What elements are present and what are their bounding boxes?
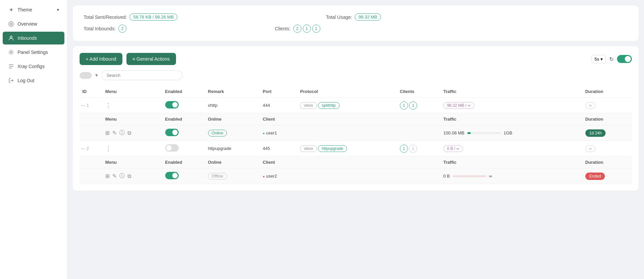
sub-cell-client: ● user2 — [260, 168, 297, 184]
toolbar-right: 5s ▾ ↻ — [591, 55, 632, 63]
cell-clients: 1 1 — [397, 141, 441, 156]
svg-point-1 — [10, 23, 12, 25]
traffic-limit: 1GB — [504, 130, 513, 135]
cell-protocol: vless httpupgrade — [297, 141, 397, 156]
total-inbounds-label: Total Inbounds: — [84, 26, 116, 31]
enabled-toggle[interactable] — [165, 101, 179, 108]
sub-th-duration: Duration — [583, 156, 632, 168]
traffic-limit: ∞ — [489, 174, 492, 179]
th-port: Port — [260, 86, 297, 98]
copy-icon[interactable]: ⧉ — [127, 173, 131, 179]
sidebar-item-inbounds[interactable]: Inbounds — [3, 32, 64, 44]
general-actions-button[interactable]: ≡ General Actions — [126, 53, 176, 65]
traffic-progress: 0 B ∞ — [443, 174, 580, 179]
clients-badge-0: 2 — [293, 25, 301, 33]
sidebar-item-theme[interactable]: ☀ Theme ▾ — [3, 3, 64, 16]
sub-th-menu: Menu — [103, 156, 162, 168]
sub-enabled-toggle[interactable] — [165, 172, 179, 179]
total-sent-value: 58.76 KB / 98.26 MB — [129, 13, 177, 21]
info-icon[interactable]: ⓘ — [119, 129, 125, 136]
cell-enabled[interactable] — [163, 98, 205, 113]
filter-icon: ▼ — [94, 73, 99, 78]
cell-traffic: 98.32 MB / ∞ — [441, 98, 583, 113]
offline-dot: ● — [263, 175, 265, 178]
th-enabled: Enabled — [163, 86, 205, 98]
cell-menu[interactable]: ⋮ — [103, 98, 162, 113]
cell-port: 445 — [260, 141, 297, 156]
th-clients: Clients — [397, 86, 441, 98]
protocol-badge-splithttp: splithttp — [318, 102, 339, 109]
sub-cell-enabled[interactable] — [163, 168, 205, 184]
cell-clients: 1 1 — [397, 98, 441, 113]
total-inbounds-value: 2 — [118, 25, 126, 33]
table-row: — 1 ⋮ xhttp 444 vless splithttp 1 1 98.3… — [80, 98, 632, 113]
cell-menu[interactable]: ⋮ — [103, 141, 162, 156]
interval-select[interactable]: 5s ▾ — [591, 55, 606, 63]
online-badge: Online — [208, 130, 227, 136]
cell-expand[interactable]: — 2 — [80, 141, 103, 156]
sub-enabled-toggle[interactable] — [165, 129, 179, 136]
qr-icon[interactable]: ⊞ — [105, 173, 110, 179]
cell-protocol: vless splithttp — [297, 98, 397, 113]
total-sent-stat: Total Sent/Received: 58.76 KB / 98.26 MB — [84, 13, 177, 21]
svg-point-3 — [10, 52, 12, 53]
table-header-row: ID Menu Enabled Remark Port Protocol Cli… — [80, 86, 632, 98]
cell-traffic: 0 B / ∞ — [441, 141, 583, 156]
toolbar: + Add Inbound ≡ General Actions 5s ▾ ↻ — [80, 53, 632, 65]
sub-cell-online: Offline — [205, 168, 260, 184]
copy-icon[interactable]: ⧉ — [127, 130, 131, 136]
search-input[interactable] — [101, 70, 182, 80]
sub-th-enabled: Enabled — [163, 156, 205, 168]
total-usage-value: 98.32 MB — [355, 13, 381, 21]
info-icon[interactable]: ⓘ — [119, 173, 125, 180]
sidebar-item-label: Inbounds — [18, 35, 37, 41]
clients-num-1: 1 — [409, 145, 417, 153]
clients-badges: 2 1 1 — [293, 25, 320, 33]
protocol-badge-httpupgrade: httpupgrade — [318, 145, 347, 152]
protocol-badge-vless: vless — [300, 145, 317, 152]
sub-th-online: Online — [205, 113, 260, 125]
sub-th-online: Online — [205, 156, 260, 168]
cell-expand[interactable]: — 1 — [80, 98, 103, 113]
filter-toggle[interactable] — [80, 72, 92, 79]
add-inbound-button[interactable]: + Add Inbound — [80, 53, 122, 65]
sidebar-item-label: Overview — [18, 21, 37, 27]
three-dots-menu[interactable]: ⋮ — [105, 145, 112, 152]
chevron-down-icon: ▾ — [601, 57, 603, 62]
clients-num-1: 1 — [409, 101, 417, 110]
online-dot: ● — [263, 131, 265, 135]
three-dots-menu[interactable]: ⋮ — [105, 102, 112, 109]
stats-card: Total Sent/Received: 58.76 KB / 98.26 MB… — [73, 5, 639, 41]
sub-th-enabled: Enabled — [163, 113, 205, 125]
progress-bar-bg — [467, 132, 501, 134]
sub-cell-client: ● user1 — [260, 125, 297, 141]
svg-point-0 — [9, 22, 13, 26]
th-menu: Menu — [103, 86, 162, 98]
table-card: + Add Inbound ≡ General Actions 5s ▾ ↻ ▼… — [73, 46, 639, 191]
total-sent-label: Total Sent/Received: — [84, 14, 127, 20]
svg-point-2 — [10, 36, 12, 38]
menu-icons: ⊞ ✎ ⓘ ⧉ — [105, 129, 159, 136]
sidebar-item-log-out[interactable]: Log Out — [3, 74, 64, 87]
clients-badge-1: 1 — [303, 25, 311, 33]
sidebar-item-overview[interactable]: Overview — [3, 18, 64, 30]
sub-th-client: Client — [260, 113, 297, 125]
enabled-toggle[interactable] — [165, 144, 179, 152]
sub-cell-enabled[interactable] — [163, 125, 205, 141]
auto-refresh-toggle[interactable] — [617, 55, 632, 63]
duration-active-badge: 1d 24h — [585, 129, 606, 137]
sidebar-item-xray-configs[interactable]: Xray Configs — [3, 60, 64, 73]
sub-cell-duration: 1d 24h — [583, 125, 632, 141]
interval-value: 5s — [594, 57, 599, 62]
qr-icon[interactable]: ⊞ — [105, 130, 110, 136]
gear-icon — [8, 49, 14, 55]
refresh-button[interactable]: ↻ — [609, 56, 614, 62]
edit-icon[interactable]: ✎ — [112, 173, 117, 179]
clients-num-0: 1 — [400, 145, 408, 153]
protocol-badge-vless: vless — [300, 102, 317, 109]
sidebar-item-panel-settings[interactable]: Panel Settings — [3, 46, 64, 59]
sub-cell-traffic: 0 B ∞ — [441, 168, 583, 184]
traffic-badge: 0 B / ∞ — [443, 145, 463, 152]
edit-icon[interactable]: ✎ — [112, 130, 117, 136]
cell-enabled[interactable] — [163, 141, 205, 156]
